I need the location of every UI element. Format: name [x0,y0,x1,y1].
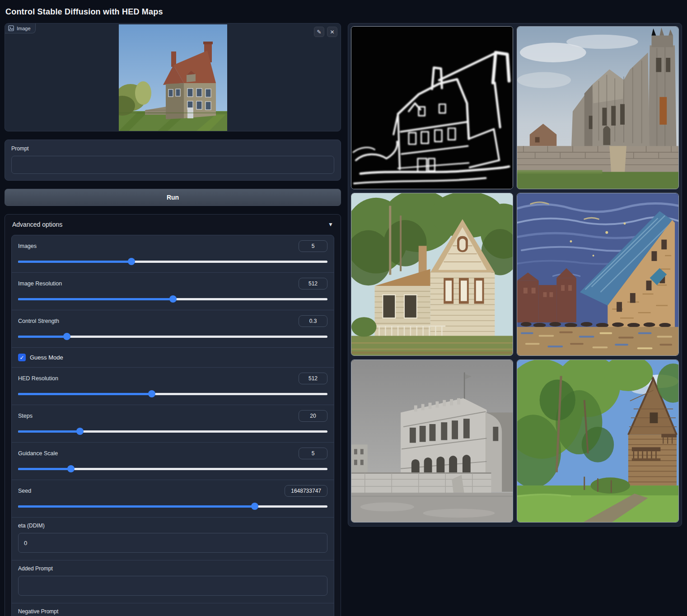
control-strength-slider[interactable] [18,333,327,340]
slider-track [18,298,327,300]
guidance-scale-slider[interactable] [18,465,327,472]
prompt-label: Prompt [11,145,334,152]
close-icon: ✕ [330,29,334,35]
steps-slider[interactable] [18,428,327,435]
wooden-house-image [351,193,513,355]
prompt-block: Prompt [5,140,341,181]
slider-row-seed: Seed 1648733747 [12,480,334,518]
slider-track [18,261,327,263]
edit-icon: ✎ [317,29,321,35]
slider-row-steps: Steps 20 [12,405,334,443]
result-gallery [348,23,682,527]
guess-mode-label: Guess Mode [30,354,63,361]
slider-fill [18,393,152,395]
image-input-label-text: Image [17,26,31,31]
slider-track [18,336,327,338]
page-title: Control Stable Diffusion with HED Maps [5,0,682,23]
prompt-input[interactable] [11,156,334,174]
added-prompt-row: Added Prompt [12,560,334,603]
slider-row-images: Images 5 [12,235,334,273]
left-column: Image ✎ ✕ [5,23,341,616]
house-photo [119,24,227,131]
gallery-item-bw-building[interactable] [351,359,513,523]
slider-track [18,505,327,508]
slider-fill [18,430,80,433]
negative-prompt-row: Negative Prompt [12,603,334,616]
image-input-panel[interactable]: Image ✎ ✕ [5,23,341,131]
cathedral-image [517,27,678,189]
added-prompt-input[interactable] [18,576,327,596]
guess-mode-row: ✓ Guess Mode [12,348,334,368]
gallery-item-hed-map[interactable] [351,26,513,189]
seed-value-input[interactable]: 1648733747 [285,485,327,497]
rustic-house-image [517,360,678,522]
control-strength-label: Control Strength [18,318,59,324]
steps-label: Steps [18,413,33,419]
eta-input[interactable] [18,533,327,553]
seed-label: Seed [18,488,31,494]
images-label: Images [18,243,37,249]
edit-image-button[interactable]: ✎ [314,27,324,37]
slider-thumb[interactable] [63,333,70,340]
slider-thumb[interactable] [128,258,135,265]
image-resolution-label: Image Resolution [18,280,62,287]
bw-building-image [351,360,513,522]
negative-prompt-label: Negative Prompt [18,608,327,615]
slider-row-image-resolution: Image Resolution 512 [12,273,334,310]
uploaded-image[interactable] [119,24,227,131]
clear-image-button[interactable]: ✕ [327,27,337,37]
image-icon [8,25,14,31]
main-columns: Image ✎ ✕ [5,23,682,616]
slider-row-hed-resolution: HED Resolution 512 [12,368,334,405]
image-input-label: Image [5,23,36,33]
images-value-input[interactable]: 5 [299,240,327,252]
hed-resolution-slider[interactable] [18,390,327,397]
slider-track [18,393,327,395]
guidance-scale-label: Guidance Scale [18,450,58,457]
slider-row-control-strength: Control Strength 0.3 [12,310,334,348]
image-resolution-slider[interactable] [18,295,327,303]
slider-thumb[interactable] [67,465,75,472]
hed-resolution-value-input[interactable]: 512 [299,373,327,384]
app: Control Stable Diffusion with HED Maps I… [0,0,687,616]
control-strength-value-input[interactable]: 0.3 [299,315,327,327]
gallery-item-impressionist[interactable] [517,193,679,356]
impressionist-image [517,193,678,355]
slider-thumb[interactable] [76,428,84,435]
guess-mode-checkbox[interactable]: ✓ [18,354,26,361]
check-icon: ✓ [19,355,24,360]
advanced-options-title: Advanced options [12,221,62,228]
eta-label: eta (DDIM) [18,523,327,529]
hed-resolution-label: HED Resolution [18,375,58,382]
slider-track [18,468,327,470]
steps-value-input[interactable]: 20 [299,410,327,422]
slider-thumb[interactable] [169,295,177,303]
guidance-scale-value-input[interactable]: 5 [299,448,327,459]
slider-fill [18,298,173,300]
image-actions: ✎ ✕ [314,27,337,37]
slider-fill [18,336,67,338]
advanced-options-form: Images 5 Image [11,235,334,616]
slider-row-guidance-scale: Guidance Scale 5 [12,443,334,480]
gallery-item-cathedral[interactable] [517,26,679,189]
seed-slider[interactable] [18,503,327,510]
run-button[interactable]: Run [5,189,341,206]
slider-thumb[interactable] [148,390,155,397]
advanced-options-accordion: Advanced options ▼ Images 5 [5,214,341,616]
slider-thumb[interactable] [251,503,258,510]
eta-row: eta (DDIM) [12,518,334,560]
image-resolution-value-input[interactable]: 512 [299,278,327,289]
advanced-options-header[interactable]: Advanced options ▼ [11,220,334,229]
slider-fill [18,505,255,508]
added-prompt-label: Added Prompt [18,565,327,572]
slider-track [18,430,327,433]
gallery-item-rustic-house[interactable] [517,359,679,523]
chevron-down-icon: ▼ [328,221,333,228]
images-slider[interactable] [18,258,327,265]
slider-fill [18,468,71,470]
slider-fill [18,261,131,263]
right-column [348,23,682,527]
gallery-item-wooden-house[interactable] [351,193,513,356]
hed-map-image [351,27,513,189]
